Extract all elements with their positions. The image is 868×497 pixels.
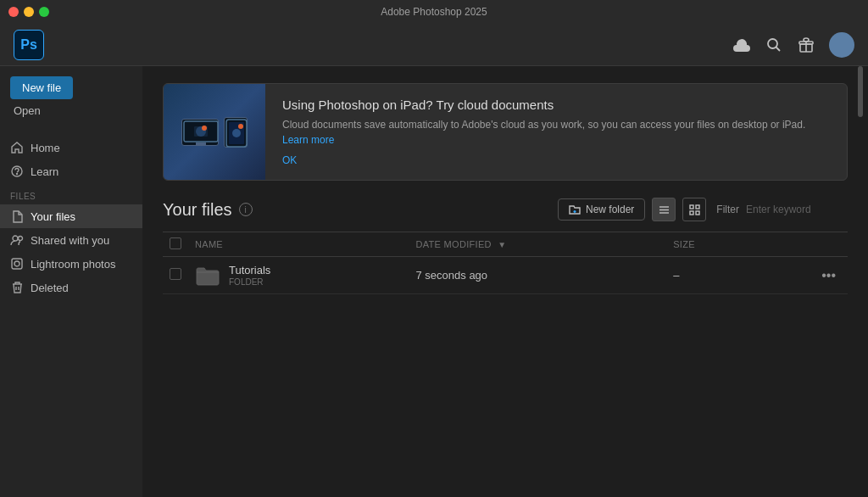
avatar[interactable] xyxy=(829,32,854,58)
sidebar-deleted-label: Deleted xyxy=(31,282,69,294)
files-title: Your files xyxy=(163,200,232,220)
select-all-checkbox[interactable] xyxy=(170,237,181,249)
row-checkbox[interactable] xyxy=(170,268,181,280)
open-button[interactable]: Open xyxy=(10,99,44,122)
new-folder-button[interactable]: New folder xyxy=(558,198,645,221)
sidebar-lightroom-label: Lightroom photos xyxy=(31,258,115,271)
svg-rect-25 xyxy=(696,211,699,215)
svg-rect-23 xyxy=(696,205,699,209)
banner-illustration xyxy=(181,117,248,148)
list-view-button[interactable] xyxy=(652,198,676,221)
new-folder-label: New folder xyxy=(586,204,634,215)
nav-bar: Ps xyxy=(0,24,868,66)
ps-logo: Ps xyxy=(14,30,44,60)
sidebar-section-label: FILES xyxy=(0,183,142,204)
files-table-body: Tutorials FOLDER 7 seconds ago – ••• xyxy=(163,257,848,294)
scrollbar-track xyxy=(858,66,863,497)
sidebar-nav: Home Learn FILES xyxy=(0,129,142,299)
nav-right xyxy=(732,32,854,58)
svg-line-1 xyxy=(776,47,781,51)
trash-icon xyxy=(10,281,24,294)
filter-input[interactable] xyxy=(746,204,848,215)
file-name: Tutorials xyxy=(229,264,270,276)
column-header-date-modified[interactable]: DATE MODIFIED ▼ xyxy=(409,232,667,257)
sidebar-item-your-files[interactable]: Your files xyxy=(0,204,142,228)
tablet-illustration xyxy=(224,117,248,148)
minimize-button[interactable] xyxy=(24,7,34,17)
file-name-info: Tutorials FOLDER xyxy=(229,264,270,287)
table-row: Tutorials FOLDER 7 seconds ago – ••• xyxy=(163,257,848,294)
files-header: Your files i New folder xyxy=(163,198,848,221)
header-checkbox-cell xyxy=(163,232,188,257)
new-file-button[interactable]: New file xyxy=(10,76,73,99)
sidebar-home-label: Home xyxy=(31,142,60,154)
sidebar-item-learn[interactable]: Learn xyxy=(0,159,142,183)
lightroom-icon xyxy=(10,257,24,271)
home-icon xyxy=(10,141,24,154)
sidebar: New file Open Home xyxy=(0,66,142,497)
column-header-actions xyxy=(754,232,848,257)
files-table: NAME DATE MODIFIED ▼ SIZE xyxy=(163,232,848,294)
sidebar-item-lightroom-photos[interactable]: Lightroom photos xyxy=(0,252,142,276)
file-icon xyxy=(10,209,24,223)
cloud-icon[interactable] xyxy=(732,36,751,54)
files-toolbar: New folder xyxy=(558,198,848,221)
svg-rect-11 xyxy=(196,142,206,145)
gift-icon[interactable] xyxy=(797,36,815,54)
sort-arrow-icon: ▼ xyxy=(498,240,506,249)
folder-icon xyxy=(195,265,220,287)
svg-rect-22 xyxy=(690,205,693,209)
banner-text: Using Photoshop on iPad? Try cloud docum… xyxy=(265,84,847,180)
column-header-size: SIZE xyxy=(666,232,754,257)
svg-rect-24 xyxy=(690,211,693,215)
info-icon[interactable]: i xyxy=(239,203,253,216)
search-icon[interactable] xyxy=(765,36,783,54)
title-bar: Adobe Photoshop 2025 xyxy=(0,0,868,24)
sidebar-item-shared-with-you[interactable]: Shared with you xyxy=(0,228,142,252)
content-area: Using Photoshop on iPad? Try cloud docum… xyxy=(142,66,868,497)
row-name-cell: Tutorials FOLDER xyxy=(188,257,409,294)
svg-rect-8 xyxy=(12,259,22,269)
sidebar-learn-label: Learn xyxy=(31,165,58,178)
row-actions-cell: ••• xyxy=(754,257,848,294)
file-type: FOLDER xyxy=(229,277,270,287)
main-layout: New file Open Home xyxy=(0,66,868,497)
traffic-lights xyxy=(8,7,49,17)
close-button[interactable] xyxy=(8,7,19,17)
row-size: – xyxy=(666,257,754,294)
row-checkbox-cell xyxy=(163,257,188,294)
svg-point-14 xyxy=(202,126,207,131)
sidebar-item-home[interactable]: Home xyxy=(0,136,142,159)
sidebar-your-files-label: Your files xyxy=(31,210,75,223)
shared-icon xyxy=(10,233,24,247)
svg-point-6 xyxy=(13,236,18,241)
banner: Using Photoshop on iPad? Try cloud docum… xyxy=(163,83,848,181)
row-date-modified: 7 seconds ago xyxy=(409,257,667,294)
banner-title: Using Photoshop on iPad? Try cloud docum… xyxy=(282,98,830,112)
svg-point-18 xyxy=(238,124,243,129)
svg-point-7 xyxy=(19,237,23,241)
window-title: Adobe Photoshop 2025 xyxy=(381,6,487,18)
file-name-group: Tutorials FOLDER xyxy=(195,264,403,287)
svg-point-0 xyxy=(768,39,777,48)
scrollbar-area[interactable] xyxy=(858,66,865,497)
more-actions-button[interactable]: ••• xyxy=(816,266,841,285)
maximize-button[interactable] xyxy=(39,7,49,17)
learn-icon xyxy=(10,165,24,178)
sidebar-btn-area: New file Open xyxy=(0,76,142,129)
filter-label: Filter xyxy=(716,204,739,215)
sidebar-shared-label: Shared with you xyxy=(31,234,109,247)
banner-description: Cloud documents save automatically to Ad… xyxy=(282,117,830,148)
scrollbar-thumb[interactable] xyxy=(858,66,863,117)
learn-more-link[interactable]: Learn more xyxy=(282,134,334,146)
svg-point-17 xyxy=(232,129,241,137)
grid-view-button[interactable] xyxy=(682,198,706,221)
sidebar-item-deleted[interactable]: Deleted xyxy=(0,276,142,299)
table-header: NAME DATE MODIFIED ▼ SIZE xyxy=(163,232,848,257)
column-header-name: NAME xyxy=(188,232,409,257)
svg-point-5 xyxy=(17,174,18,175)
banner-ok-button[interactable]: OK xyxy=(282,154,830,166)
banner-image xyxy=(164,84,265,180)
monitor-illustration xyxy=(181,119,219,146)
svg-point-9 xyxy=(14,261,19,266)
